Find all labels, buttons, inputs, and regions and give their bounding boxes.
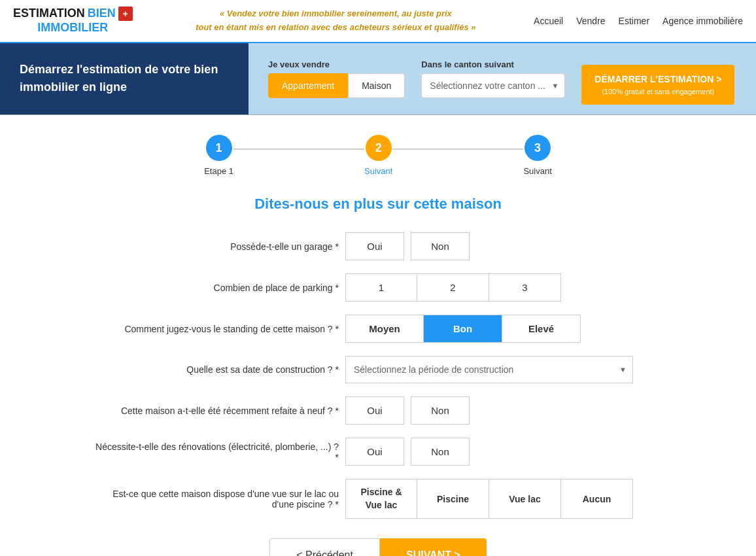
logo-immobilier: IMMOBILIER: [13, 21, 133, 35]
garage-oui-button[interactable]: Oui: [345, 232, 404, 260]
parking-label: Combien de place de parking *: [90, 283, 339, 293]
standing-label: Comment jugez-vous le standing de cette …: [90, 324, 339, 334]
refait-options: Oui Non: [345, 396, 470, 425]
canton-group: Dans le canton suivant Sélectionnez votr…: [421, 60, 565, 98]
construction-label: Quelle est sa date de construction ? *: [90, 364, 339, 375]
step-1: 1 Etape 1: [204, 135, 233, 176]
renovation-label: Nécessite-t-elle des rénovations (électr…: [90, 442, 339, 462]
btn-start-line1: DÉMARRER L'ESTIMATION >: [594, 73, 721, 86]
renovation-options: Oui Non: [345, 438, 470, 466]
vue-aucun-button[interactable]: Aucun: [561, 479, 633, 519]
parking-3-button[interactable]: 3: [489, 273, 561, 302]
hero-banner: Démarrez l'estimation de votre bien immo…: [0, 43, 756, 116]
btn-precedent[interactable]: < Précédent: [269, 538, 380, 556]
step-3[interactable]: 3 Suivant: [523, 135, 551, 176]
steps-container: 1 Etape 1 2 Suivant 3 Suivant: [0, 115, 756, 189]
step-3-label: Suivant: [523, 166, 551, 176]
vue-label: Est-ce que cette maison dispose d'une vu…: [90, 489, 339, 510]
logo: ESTIMATION BIEN + IMMOBILIER: [13, 7, 133, 35]
btn-appartement[interactable]: Appartement: [268, 73, 348, 98]
renovation-row: Nécessite-t-elle des rénovations (électr…: [90, 438, 666, 466]
canton-label: Dans le canton suivant: [421, 60, 565, 69]
step-2-label: Suivant: [364, 166, 392, 176]
btn-start-line2: (100% gratuit et sans engagement): [594, 86, 721, 97]
btn-maison[interactable]: Maison: [348, 73, 405, 98]
vue-piscine-vue-button[interactable]: Piscine &Vue lac: [345, 479, 417, 519]
tagline: « Vendez votre bien immobilier sereineme…: [138, 7, 534, 35]
vue-row: Est-ce que cette maison dispose d'une vu…: [90, 479, 666, 519]
refait-oui-button[interactable]: Oui: [345, 396, 404, 425]
standing-row: Comment jugez-vous le standing de cette …: [90, 315, 666, 343]
refait-row: Cette maison a-t-elle été récemment refa…: [90, 396, 666, 425]
garage-non-button[interactable]: Non: [411, 232, 470, 260]
standing-moyen-button[interactable]: Moyen: [345, 315, 424, 343]
construction-row: Quelle est sa date de construction ? * S…: [90, 356, 666, 383]
logo-top-row: ESTIMATION BIEN +: [13, 7, 133, 21]
step-line-2: [392, 148, 523, 150]
btn-suivant[interactable]: SUIVANT >: [380, 538, 487, 556]
logo-estimation: ESTIMATION: [13, 7, 85, 21]
swiss-flag-icon: +: [118, 7, 133, 21]
garage-label: Possède-t-elle un garage *: [90, 241, 339, 252]
step-2[interactable]: 2 Suivant: [364, 135, 392, 176]
property-type-buttons: Appartement Maison: [268, 73, 405, 98]
parking-options: 1 2 3: [345, 273, 561, 302]
parking-2-button[interactable]: 2: [417, 273, 489, 302]
main-content: Dites-nous en plus sur cette maison Poss…: [64, 189, 692, 556]
parking-row: Combien de place de parking * 1 2 3: [90, 273, 666, 302]
canton-select-wrapper: Sélectionnez votre canton ... ▼: [421, 73, 565, 98]
standing-eleve-button[interactable]: Elevé: [502, 315, 581, 343]
refait-label: Cette maison a-t-elle été récemment refa…: [90, 406, 339, 416]
sell-type-group: Je veux vendre Appartement Maison: [268, 60, 405, 98]
btn-start-estimation[interactable]: DÉMARRER L'ESTIMATION > (100% gratuit et…: [581, 65, 734, 105]
nav-estimer[interactable]: Estimer: [619, 16, 649, 26]
section-title: Dites-nous en plus sur cette maison: [90, 196, 666, 213]
renovation-non-button[interactable]: Non: [411, 438, 470, 466]
step-2-circle: 2: [366, 135, 392, 161]
nav-agence[interactable]: Agence immobilière: [662, 16, 743, 26]
construction-select[interactable]: Sélectionnez la période de construction: [345, 356, 633, 383]
main-nav: Accueil Vendre Estimer Agence immobilièr…: [534, 16, 743, 26]
nav-accueil[interactable]: Accueil: [534, 16, 563, 26]
garage-row: Possède-t-elle un garage * Oui Non: [90, 232, 666, 260]
header: ESTIMATION BIEN + IMMOBILIER « Vendez vo…: [0, 0, 756, 43]
standing-options: Moyen Bon Elevé: [345, 315, 581, 343]
tagline-line2: tout en étant mis en relation avec des a…: [145, 21, 527, 35]
refait-non-button[interactable]: Non: [411, 396, 470, 425]
vue-options: Piscine &Vue lac Piscine Vue lac Aucun: [345, 479, 633, 519]
parking-1-button[interactable]: 1: [345, 273, 417, 302]
tagline-line1: « Vendez votre bien immobilier sereineme…: [145, 7, 527, 21]
nav-vendre[interactable]: Vendre: [576, 16, 605, 26]
step-line-1: [233, 148, 364, 150]
canton-select[interactable]: Sélectionnez votre canton ...: [421, 73, 565, 98]
garage-options: Oui Non: [345, 232, 470, 260]
renovation-oui-button[interactable]: Oui: [345, 438, 404, 466]
logo-bien: BIEN: [88, 7, 116, 21]
step-3-circle: 3: [524, 135, 551, 161]
construction-select-wrapper: Sélectionnez la période de construction …: [345, 356, 633, 383]
hero-title: Démarrez l'estimation de votre bien immo…: [0, 43, 249, 115]
hero-form: Je veux vendre Appartement Maison Dans l…: [249, 43, 756, 115]
vue-lac-button[interactable]: Vue lac: [489, 479, 561, 519]
step-1-label: Etape 1: [204, 166, 233, 176]
standing-bon-button[interactable]: Bon: [424, 315, 502, 343]
bottom-nav: < Précédent SUIVANT >: [90, 538, 666, 556]
step-1-circle: 1: [206, 135, 232, 161]
sell-type-label: Je veux vendre: [268, 60, 405, 69]
vue-piscine-button[interactable]: Piscine: [417, 479, 489, 519]
